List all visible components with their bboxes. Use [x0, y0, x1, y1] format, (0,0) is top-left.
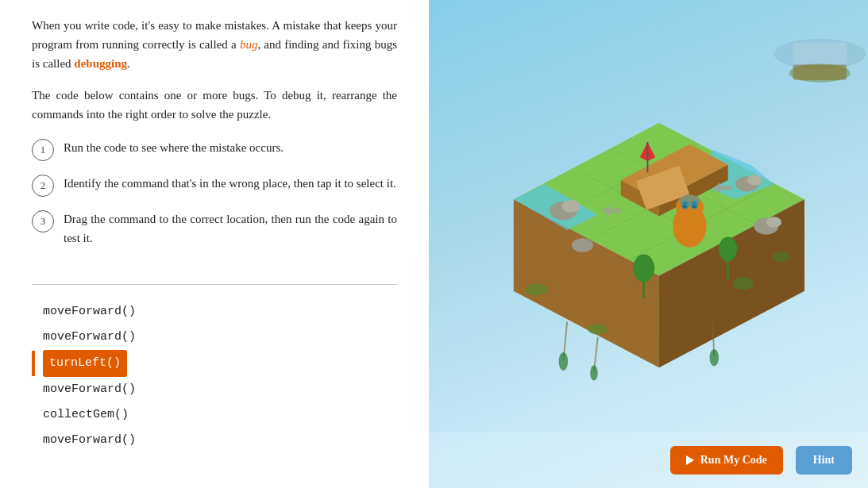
code-text-4: moveForward()	[43, 378, 136, 402]
step-text-2: Identify the command that's in the wrong…	[64, 174, 396, 193]
svg-point-42	[525, 283, 548, 295]
svg-point-45	[773, 252, 791, 262]
right-panel: Run My Code Hint	[429, 0, 868, 488]
svg-point-51	[709, 349, 719, 366]
step-number-3: 3	[32, 210, 54, 232]
bug-word: bug	[240, 38, 258, 51]
svg-point-49	[559, 352, 569, 371]
code-text-2: moveForward()	[43, 325, 136, 349]
debugging-word: debugging	[74, 57, 127, 70]
code-indicator-5	[32, 402, 35, 428]
code-indicator-6	[32, 428, 35, 453]
bottom-action-bar: Run My Code Hint	[429, 432, 868, 488]
code-block: moveForward() moveForward() turnLeft() m…	[32, 299, 397, 453]
step-text-3: Drag the command to the correct location…	[64, 209, 397, 248]
svg-point-39	[633, 255, 654, 282]
step-item-2: 2 Identify the command that's in the wro…	[32, 174, 397, 197]
code-line-2[interactable]: moveForward()	[32, 325, 397, 350]
svg-point-44	[732, 277, 754, 289]
code-line-1[interactable]: moveForward()	[32, 299, 397, 325]
game-scene	[445, 24, 868, 425]
svg-point-41	[719, 236, 737, 261]
code-text-1: moveForward()	[43, 300, 136, 324]
step-text-1: Run the code to see where the mistake oc…	[64, 138, 284, 157]
intro-text-write: write	[85, 19, 110, 32]
hint-button-label: Hint	[813, 454, 835, 466]
steps-list: 1 Run the code to see where the mistake …	[32, 138, 397, 260]
code-line-3[interactable]: turnLeft()	[32, 350, 397, 377]
code-line-6[interactable]: moveForward()	[32, 428, 397, 453]
run-button-label: Run My Code	[700, 454, 767, 467]
divider	[32, 284, 397, 285]
code-text-5: collectGem()	[43, 403, 129, 427]
code-line-4[interactable]: moveForward()	[32, 377, 397, 402]
step-item-3: 3 Drag the command to the correct locati…	[32, 209, 397, 248]
intro-paragraph-2: The code below contains one or more bugs…	[32, 86, 397, 124]
svg-point-50	[590, 365, 598, 380]
code-text-6: moveForward()	[43, 428, 136, 452]
code-indicator-1	[32, 299, 35, 325]
step-number-2: 2	[32, 175, 54, 197]
intro-text-part1: When you	[32, 19, 85, 32]
code-text-3: turnLeft()	[43, 350, 127, 377]
svg-point-26	[679, 194, 700, 206]
code-line-5[interactable]: collectGem()	[32, 402, 397, 428]
hint-button[interactable]: Hint	[796, 446, 852, 475]
step-item-1: 1 Run the code to see where the mistake …	[32, 138, 397, 161]
svg-rect-1	[793, 43, 847, 64]
code-indicator-4	[32, 377, 35, 402]
code-indicator-3	[32, 351, 35, 376]
svg-point-35	[766, 217, 781, 227]
svg-point-30	[561, 200, 580, 212]
svg-point-43	[588, 324, 608, 334]
step-number-1: 1	[32, 139, 54, 161]
play-icon	[686, 455, 694, 465]
run-my-code-button[interactable]: Run My Code	[670, 446, 783, 475]
svg-point-33	[572, 238, 593, 252]
svg-point-32	[747, 175, 762, 185]
code-indicator-2	[32, 325, 35, 350]
intro-paragraph-1: When you write code, it's easy to make m…	[32, 16, 397, 73]
svg-rect-3	[793, 65, 847, 80]
left-panel: When you write code, it's easy to make m…	[0, 0, 429, 488]
intro-text-end: .	[127, 57, 130, 70]
